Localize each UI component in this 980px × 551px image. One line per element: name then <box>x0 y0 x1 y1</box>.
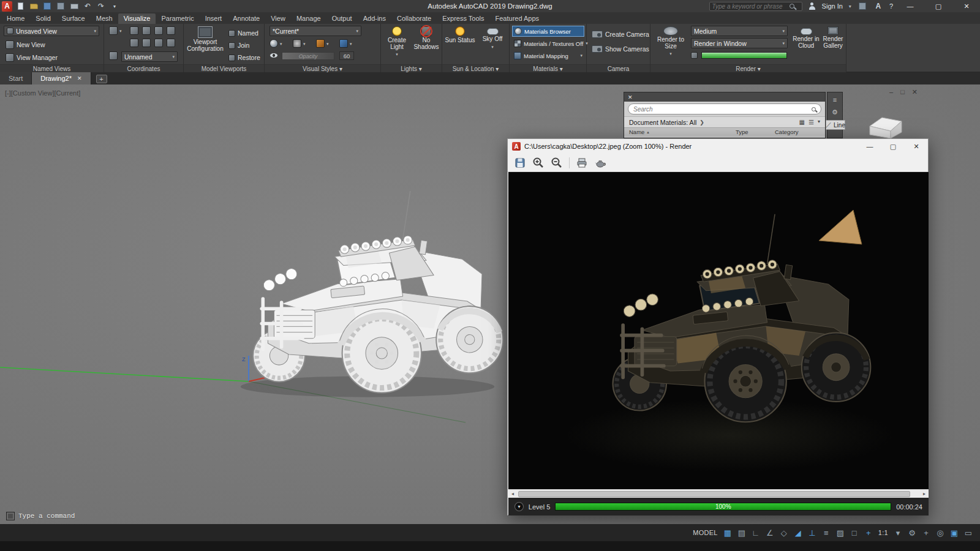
ribbon-tab[interactable]: View <box>265 13 291 24</box>
panel-label[interactable]: Model Viewports <box>184 64 264 72</box>
tab-close-icon[interactable]: ✕ <box>77 75 82 81</box>
materials-scope-row[interactable]: Document Materials: All ❯ ▦ ☰ ▾ <box>624 116 825 127</box>
ribbon-tab[interactable]: Featured Apps <box>490 13 545 24</box>
properties-gear-icon[interactable]: ⚙ <box>832 108 838 116</box>
command-line[interactable]: Type a command <box>6 512 75 520</box>
dropdown-icon[interactable]: ▾ <box>326 42 329 47</box>
ucs-tool-icon[interactable] <box>154 26 163 35</box>
transparency-icon[interactable]: ▨ <box>836 528 845 538</box>
join-viewports-button[interactable]: Join <box>227 40 251 51</box>
materials-search-input[interactable] <box>633 106 812 113</box>
no-shadows-button[interactable]: No Shadows <box>412 26 440 50</box>
isolate-objects-icon[interactable]: ◎ <box>936 528 944 538</box>
workspace-gear-icon[interactable]: ⚙ <box>908 528 916 538</box>
help-search-input[interactable] <box>712 3 790 10</box>
new-file-icon[interactable] <box>15 1 25 11</box>
sky-off-button[interactable]: Sky Off ▾ <box>478 26 507 50</box>
render-settings-teapot-icon[interactable] <box>594 157 606 169</box>
panel-label[interactable]: Lights ▾ <box>381 64 442 72</box>
zoom-out-icon[interactable] <box>551 157 563 169</box>
dynamic-ucs-icon[interactable]: + <box>864 528 873 538</box>
dropdown-icon[interactable]: ▾ <box>280 42 282 47</box>
visual-style-sphere-icon[interactable] <box>270 39 278 48</box>
ucs-tool-icon[interactable] <box>130 26 138 35</box>
dropdown-icon[interactable]: ▾ <box>303 42 306 47</box>
color-style-icon[interactable] <box>339 39 348 48</box>
render-canvas[interactable] <box>508 172 929 489</box>
file-tab-drawing2[interactable]: Drawing2* ✕ <box>32 72 91 84</box>
file-tab-start[interactable]: Start <box>0 72 32 84</box>
wireframe-vehicle-model[interactable] <box>216 181 513 416</box>
exposure-icon[interactable] <box>691 52 698 59</box>
render-quality-dropdown[interactable]: Medium▾ <box>691 26 788 36</box>
panel-label[interactable]: Camera <box>587 64 650 72</box>
panel-label[interactable]: Visual Styles ▾ <box>265 64 380 72</box>
ucs-tool-icon[interactable] <box>167 39 175 47</box>
palette-close-icon[interactable]: ✕ <box>628 94 633 100</box>
ucs-tool-icon[interactable] <box>130 39 138 47</box>
ribbon-tab[interactable]: Home <box>1 13 30 24</box>
viewport-configuration-button[interactable]: Viewport Configuration <box>186 26 224 52</box>
ribbon-tab[interactable]: Mesh <box>91 13 118 24</box>
print-icon[interactable] <box>576 157 588 169</box>
snap-mode-icon[interactable]: ▤ <box>737 528 746 538</box>
polar-tracking-icon[interactable]: ∠ <box>766 528 774 538</box>
lineweight-icon[interactable]: ≡ <box>822 528 831 538</box>
column-type[interactable]: Type <box>736 129 748 135</box>
ucs-tool-icon[interactable] <box>142 39 151 47</box>
zoom-in-icon[interactable] <box>532 157 545 169</box>
named-viewports-button[interactable]: Named <box>227 28 260 39</box>
show-cameras-button[interactable]: Show Cameras <box>590 43 651 54</box>
create-camera-button[interactable]: Create Camera <box>590 29 651 40</box>
ribbon-tab[interactable]: Express Tools <box>437 13 489 24</box>
search-icon[interactable] <box>812 107 816 111</box>
panel-label[interactable]: Sun & Location ▾ <box>442 64 509 72</box>
viewcube[interactable] <box>866 114 910 138</box>
search-icon[interactable] <box>790 4 794 9</box>
panel-label[interactable]: Coordinates <box>104 64 183 72</box>
ortho-mode-icon[interactable]: ∟ <box>752 528 760 538</box>
opacity-value[interactable]: 60 <box>339 51 354 60</box>
progress-expand-icon[interactable]: ▾ <box>514 502 524 511</box>
save-render-icon[interactable] <box>514 157 526 169</box>
view-manager-button[interactable]: View Manager <box>4 52 59 63</box>
render-gallery-button[interactable]: Render Gallery <box>821 26 845 49</box>
grid-view-icon[interactable]: ▦ <box>799 119 805 126</box>
ribbon-tab[interactable]: Collaborate <box>391 13 437 24</box>
app-store-icon[interactable] <box>858 1 867 11</box>
palette-grip-bar[interactable]: ✕ <box>624 92 825 102</box>
selection-cycling-icon[interactable]: □ <box>850 528 859 538</box>
grid-display-icon[interactable]: ▦ <box>723 528 732 538</box>
new-tab-button[interactable]: + <box>96 75 107 83</box>
ucs-name-dropdown[interactable]: Unnamed▾ <box>121 51 178 62</box>
qat-dropdown-icon[interactable]: ▾ <box>110 1 119 11</box>
ribbon-tab[interactable]: Solid <box>30 13 56 24</box>
render-to-size-button[interactable]: Render to Size ▾ <box>653 26 688 58</box>
scale-list-arrow-icon[interactable]: ▾ <box>894 528 902 538</box>
new-view-button[interactable]: New View <box>4 39 47 50</box>
list-view-icon[interactable]: ☰ <box>809 119 814 126</box>
annotation-add-icon[interactable]: + <box>922 528 930 538</box>
object-snap-tracking-icon[interactable]: ◢ <box>794 528 802 538</box>
autodesk-apps-icon[interactable]: A <box>873 1 883 11</box>
ribbon-tab[interactable]: Annotate <box>227 13 265 24</box>
render-close-button[interactable]: ✕ <box>905 139 928 154</box>
materials-textures-button[interactable]: Materials / Textures Off▾ <box>512 38 584 49</box>
open-file-icon[interactable] <box>29 1 39 11</box>
scroll-left-icon[interactable]: ◂ <box>508 490 517 498</box>
ucs-tool-icon[interactable] <box>167 26 175 35</box>
maximize-button[interactable]: ▢ <box>927 0 949 12</box>
app-menu-button[interactable]: A <box>2 1 12 12</box>
render-hscrollbar[interactable]: ◂ ▸ <box>508 489 929 498</box>
ribbon-tab[interactable]: Visualize <box>118 13 156 24</box>
sign-in-dropdown-icon[interactable]: ▾ <box>849 4 851 9</box>
plot-icon[interactable] <box>69 1 79 11</box>
ribbon-tab[interactable]: Insert <box>200 13 228 24</box>
opacity-slider[interactable]: Opacity <box>282 52 334 60</box>
materials-search-box[interactable] <box>628 103 821 114</box>
sign-in-button[interactable]: Sign In <box>822 2 843 10</box>
render-maximize-button[interactable]: ▢ <box>881 139 905 154</box>
scrollbar-thumb[interactable] <box>518 491 910 497</box>
line-tool-flyout[interactable]: ／ Line <box>826 120 845 130</box>
undo-icon[interactable]: ↶ <box>83 1 92 11</box>
